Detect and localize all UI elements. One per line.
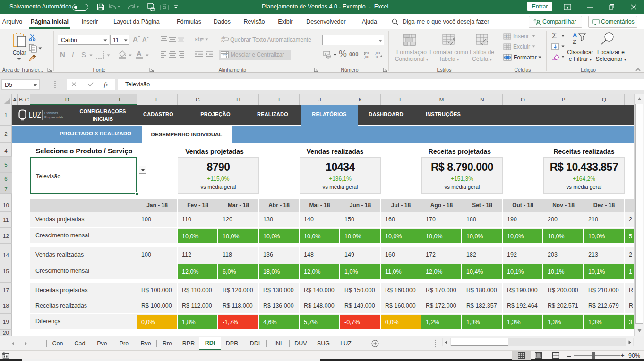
svg-text:0: 0 (376, 55, 378, 59)
svg-text:ab: ab (195, 36, 201, 42)
svg-text:,00: ,00 (364, 55, 369, 59)
svg-text:¢: ¢ (325, 52, 326, 56)
